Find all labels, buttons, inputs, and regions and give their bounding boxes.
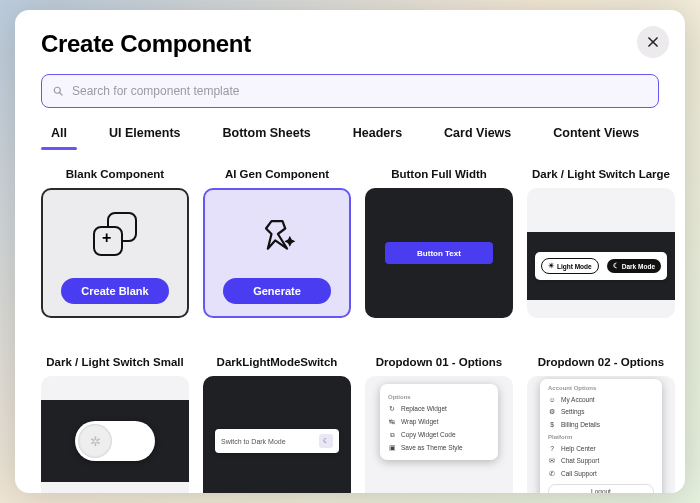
template-label: DarkLightModeSwitch [217,356,338,368]
help-icon: ? [548,445,556,452]
menu-row: ⚙Settings [548,405,654,418]
tab-bottom-sheets[interactable]: Bottom Sheets [213,126,321,150]
dropdown-panel: Account Options ☺My Account ⚙Settings $B… [540,379,662,493]
menu-row: ☺My Account [548,393,654,405]
menu-label: Settings [561,408,585,415]
menu-row: ✆Call Support [548,467,654,480]
template-switch-small[interactable]: Dark / Light Switch Small ✲ [41,356,189,493]
tab-content-views[interactable]: Content Views [543,126,649,150]
moon-icon: ☾ [319,434,333,448]
template-label: AI Gen Component [225,168,329,180]
wrap-icon: ↹ [388,418,396,426]
ai-magic-icon [255,212,299,256]
search-icon [52,85,64,97]
template-dropdown-01[interactable]: Dropdown 01 - Options Options ↻Replace W… [365,356,513,493]
preview-area: + [43,190,187,278]
logout-button: Logout [548,484,654,493]
search-field[interactable] [41,74,659,108]
template-label: Blank Component [66,168,164,180]
tab-headers[interactable]: Headers [343,126,412,150]
dark-mode-chip: ☾ Dark Mode [607,259,661,273]
menu-label: Replace Widget [401,405,447,412]
menu-label: Call Support [561,470,597,477]
user-icon: ☺ [548,396,556,403]
switch-large-preview: ☀ Light Mode ☾ Dark Mode [535,252,667,280]
menu-row: ↻Replace Widget [388,402,490,415]
preview-area [205,190,349,278]
menu-row: ?Help Center [548,442,654,454]
panel-header: Options [388,394,490,400]
template-card: Options ↻Replace Widget ↹Wrap Widget ⧉Co… [365,376,513,493]
section-header: Platform [548,434,654,440]
menu-row: ⧉Copy Widget Code [388,428,490,441]
replace-icon: ↻ [388,405,396,413]
template-grid: Blank Component + Create Blank AI Gen Co… [41,168,659,493]
template-ai-gen[interactable]: AI Gen Component Generate [203,168,351,340]
template-card: ✲ [41,376,189,493]
gear-icon: ⚙ [548,408,556,416]
template-label: Dark / Light Switch Small [46,356,183,368]
tab-ui-elements[interactable]: UI Elements [99,126,191,150]
template-blank[interactable]: Blank Component + Create Blank [41,168,189,340]
menu-label: Copy Widget Code [401,431,456,438]
template-label: Dark / Light Switch Large [532,168,670,180]
menu-label: Billing Details [561,421,600,428]
dropdown-panel: Options ↻Replace Widget ↹Wrap Widget ⧉Co… [380,384,498,460]
duplicate-plus-icon: + [93,212,137,256]
template-label: Dropdown 02 - Options [538,356,665,368]
moon-icon: ☾ [613,262,619,270]
menu-label: Chat Support [561,457,599,464]
template-card: ☀ Light Mode ☾ Dark Mode [527,188,675,318]
template-card: Button Text [365,188,513,318]
tab-card-views[interactable]: Card Views [434,126,521,150]
switch-knob: ✲ [78,424,112,458]
save-icon: ▣ [388,444,396,452]
sun-icon: ✲ [90,434,101,449]
menu-label: Wrap Widget [401,418,438,425]
template-label: Button Full Width [391,168,487,180]
menu-label: Save as Theme Style [401,444,463,451]
template-switch-large[interactable]: Dark / Light Switch Large ☀ Light Mode ☾… [527,168,675,340]
preview-area: Account Options ☺My Account ⚙Settings $B… [527,376,675,493]
template-button-full-width[interactable]: Button Full Width Button Text [365,168,513,340]
preview-area: Switch to Dark Mode ☾ [203,376,351,493]
menu-row: ▣Save as Theme Style [388,441,490,454]
copy-icon: ⧉ [388,431,396,439]
create-blank-button[interactable]: Create Blank [61,278,169,304]
bar-label: Switch to Dark Mode [221,438,286,445]
chip-label: Light Mode [557,263,592,270]
preview-area: Button Text [365,188,513,318]
template-card: Switch to Dark Mode ☾ [203,376,351,493]
menu-label: My Account [561,396,595,403]
template-card: + Create Blank [41,188,189,318]
preview-area: ✲ [41,400,189,482]
section-header: Account Options [548,385,654,391]
create-component-dialog: Create Component All UI Elements Bottom … [15,10,685,493]
light-mode-chip: ☀ Light Mode [541,258,599,274]
search-input[interactable] [72,84,648,98]
switch-small-preview: ✲ [75,421,155,461]
template-label: Dropdown 01 - Options [376,356,503,368]
menu-row: ✉Chat Support [548,454,654,467]
tabs: All UI Elements Bottom Sheets Headers Ca… [41,126,659,150]
template-card: Generate [203,188,351,318]
chip-label: Dark Mode [622,263,655,270]
button-preview: Button Text [385,242,493,264]
chat-icon: ✉ [548,457,556,465]
template-card: Account Options ☺My Account ⚙Settings $B… [527,376,675,493]
preview-area: Options ↻Replace Widget ↹Wrap Widget ⧉Co… [365,376,513,493]
menu-row: ↹Wrap Widget [388,415,490,428]
tab-all[interactable]: All [41,126,77,150]
template-dropdown-02[interactable]: Dropdown 02 - Options Account Options ☺M… [527,356,675,493]
close-icon [646,35,660,49]
template-dark-light-mode-switch[interactable]: DarkLightModeSwitch Switch to Dark Mode … [203,356,351,493]
phone-icon: ✆ [548,470,556,478]
close-button[interactable] [637,26,669,58]
menu-row: $Billing Details [548,418,654,430]
billing-icon: $ [548,421,556,428]
dialog-title: Create Component [41,30,659,58]
preview-area: ☀ Light Mode ☾ Dark Mode [527,232,675,300]
mode-switch-bar: Switch to Dark Mode ☾ [215,429,339,453]
generate-button[interactable]: Generate [223,278,331,304]
sun-icon: ☀ [548,262,554,270]
